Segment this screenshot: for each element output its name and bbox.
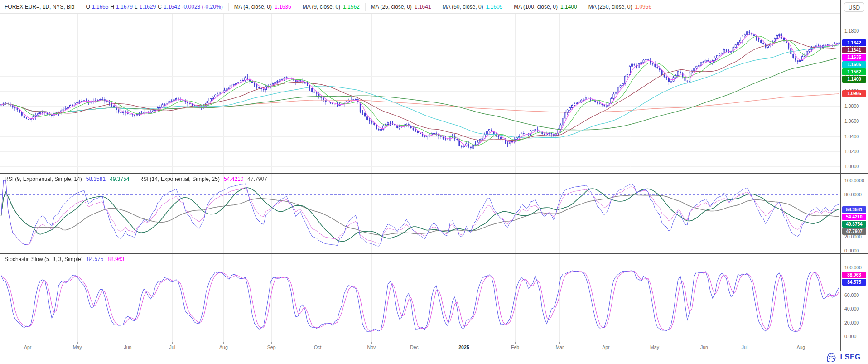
time-axis-tick	[415, 342, 415, 344]
instrument-title[interactable]: FOREX EUR=, 1D, NYS, Bid	[5, 4, 74, 10]
axis-label: 1.0000	[844, 164, 859, 169]
price-panel	[0, 14, 840, 174]
lseg-logo: LSEG	[825, 352, 861, 362]
time-axis-tick	[655, 342, 655, 344]
stochastic-chart-canvas[interactable]	[0, 254, 840, 342]
axis-label: 0.000	[844, 334, 856, 339]
stochastic-legend-label[interactable]: Stochastic Slow (5, 3, 3, Simple)	[5, 256, 83, 262]
price-badge: 1.1641	[842, 47, 866, 53]
axis-label: 1.0600	[844, 118, 859, 124]
time-axis-tick	[223, 342, 224, 344]
ma-legend-item[interactable]: MA (25, close, 0)1.1641	[371, 4, 431, 10]
price-axis[interactable]: USD 1.18001.16001.14001.12001.10001.0800…	[840, 0, 868, 351]
month-label: Jun	[124, 345, 131, 350]
ohlc-value: L1.1629	[135, 4, 156, 10]
price-badge: 1.1400	[842, 76, 866, 83]
month-label: Dec	[410, 345, 419, 350]
panel-separator[interactable]	[0, 253, 868, 254]
time-axis-tick	[271, 342, 272, 344]
legend-divider	[80, 3, 80, 11]
month-label: Sep	[267, 345, 276, 350]
ohlc-value: H1.1679	[110, 4, 132, 10]
month-label: Jul	[169, 345, 175, 350]
month-label: May	[73, 345, 82, 350]
lseg-crest-icon	[825, 352, 837, 362]
currency-button[interactable]: USD	[844, 2, 864, 12]
ma-legend: MA (4, close, 0)1.1635MA (9, close, 0)1.…	[228, 3, 652, 11]
time-axis-tick	[606, 342, 606, 344]
month-label: Mar	[555, 345, 564, 350]
price-badge: 54.4210	[842, 214, 866, 220]
month-label: Apr	[602, 345, 609, 350]
time-axis-tick	[704, 342, 704, 344]
price-badge: 84.575	[842, 279, 866, 286]
ma-legend-item[interactable]: MA (9, close, 0)1.1562	[303, 4, 360, 10]
panel-separator[interactable]	[0, 173, 868, 174]
ma-legend-item[interactable]: MA (4, close, 0)1.1635	[234, 4, 291, 10]
rsi-legend: RSI (9, Exponential, Simple, 14)58.35814…	[5, 176, 267, 182]
month-label: Oct	[314, 345, 321, 350]
axis-label: 1.0400	[844, 134, 859, 139]
legend-divider	[437, 3, 437, 11]
legend-divider	[508, 3, 508, 11]
axis-label: 20.000	[844, 320, 859, 325]
month-label: Jun	[700, 345, 708, 350]
rsi-value: 54.4210	[224, 176, 243, 182]
price-badge: 49.3754	[842, 221, 866, 228]
trading-chart-app: FOREX EUR=, 1D, NYS, Bid O1.1665H1.1679L…	[0, 0, 868, 364]
axis-label: 60.000	[844, 292, 859, 298]
price-chart-canvas[interactable]	[0, 14, 840, 174]
price-badge: 1.1562	[842, 68, 866, 75]
rsi-panel: RSI (9, Exponential, Simple, 14)58.35814…	[0, 174, 840, 254]
rsi-legend-group[interactable]: RSI (9, Exponential, Simple, 14)58.35814…	[5, 176, 130, 182]
time-axis-tick	[318, 342, 318, 344]
footer: LSEG	[0, 351, 868, 364]
ohlc-value: O1.1665	[86, 4, 108, 10]
legend-divider	[297, 3, 297, 11]
rsi-legend-group[interactable]: RSI (14, Exponential, Simple, 25)54.4210…	[140, 176, 267, 182]
lseg-brand-text: LSEG	[840, 353, 861, 361]
time-axis[interactable]: AprMayJunJulAugSepOctNovDec2025FebMarApr…	[0, 342, 840, 351]
ma-legend-item[interactable]: MA (100, close, 0)1.1400	[514, 4, 577, 10]
month-label: Nov	[367, 345, 376, 350]
ohlc-legend: O1.1665H1.1679L1.1629C1.1642-0.0023 (-0.…	[86, 4, 222, 10]
axis-label: 80.0000	[844, 192, 862, 197]
stochastic-panel: Stochastic Slow (5, 3, 3, Simple) 84.575…	[0, 254, 840, 342]
stochastic-value: 84.575	[87, 256, 104, 262]
axis-label: 1.1800	[844, 28, 859, 34]
panel-separator	[0, 342, 868, 342]
ma-legend-item[interactable]: MA (50, close, 0)1.1605	[443, 4, 503, 10]
time-axis-tick	[559, 342, 560, 344]
time-axis-tick	[745, 342, 745, 344]
legend-divider	[583, 3, 583, 11]
stochastic-legend: Stochastic Slow (5, 3, 3, Simple) 84.575…	[5, 256, 124, 262]
rsi-value: 49.3754	[110, 176, 129, 182]
legend-divider	[365, 3, 366, 11]
month-label: May	[650, 345, 659, 350]
stochastic-value: 88.963	[107, 256, 124, 262]
month-label: 2025	[458, 345, 469, 350]
time-axis-tick	[128, 342, 128, 344]
axis-label: 100.0000	[844, 178, 864, 183]
price-badge: 1.1605	[842, 61, 866, 68]
time-axis-tick	[77, 342, 78, 344]
axis-label: 40.000	[844, 306, 859, 311]
ohlc-value: -0.0023 (-0.20%)	[182, 4, 223, 10]
axis-label: 0.0000	[844, 248, 859, 253]
time-axis-tick	[28, 342, 28, 344]
chart-header: FOREX EUR=, 1D, NYS, Bid O1.1665H1.1679L…	[0, 0, 840, 14]
rsi-chart-canvas[interactable]	[0, 174, 840, 254]
price-badge: 1.1635	[842, 54, 866, 61]
price-badge: 1.0966	[842, 90, 866, 97]
axis-label: 100.000	[844, 265, 862, 270]
ohlc-value: C1.1642	[158, 4, 180, 10]
axis-label: 1.0800	[844, 103, 859, 109]
ma-legend-item[interactable]: MA (250, close, 0)1.0966	[588, 4, 651, 10]
rsi-value: 47.7907	[247, 176, 267, 182]
month-label: Aug	[219, 345, 228, 350]
time-axis-tick	[464, 342, 464, 344]
time-axis-tick	[801, 342, 801, 344]
price-badge: 88.963	[842, 272, 866, 278]
month-label: Apr	[24, 345, 31, 350]
month-label: Feb	[511, 345, 519, 350]
